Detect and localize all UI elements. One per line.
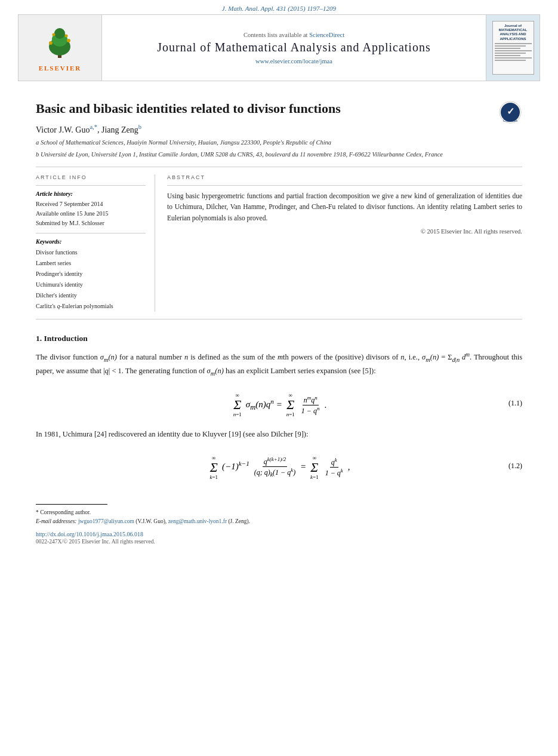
divider-after-abstract [36,319,522,319]
equation-1-2: ∞ Σ k=1 (−1)k−1 qk(k+1)/2 (q; q)k(1 − qk… [36,452,522,480]
eq2-number: (1.2) [508,462,522,471]
thumb-line-4 [495,50,532,51]
keyword-1: Divisor functions [36,247,146,258]
page: J. Math. Anal. Appl. 431 (2015) 1197–120… [0,0,558,756]
author2-name: , Jiang Zeng [97,125,138,134]
header-center: Contents lists available at ScienceDirec… [102,15,486,81]
eq1-formula: ∞ Σ n=1 σm(n)qn = ∞ Σ n=1 nmqn 1 − qn . [232,389,326,417]
crossmark-icon: ✓ CrossMark [498,100,522,124]
intro-paragraph-1: The divisor function σm(n) for a natural… [36,351,522,379]
svg-point-4 [49,41,53,45]
keyword-5: Dilcher's identity [36,290,146,301]
thumb-line-1 [495,43,532,44]
author2-sup: b [138,124,141,130]
elsevier-logo: ELSEVIER [39,24,82,72]
journal-ref-text: J. Math. Anal. Appl. 431 (2015) 1197–120… [222,5,336,12]
footnote-emails: E-mail addresses: jwguo1977@aliyun.com (… [36,517,522,526]
doi-text[interactable]: http://dx.doi.org/10.1016/j.jmaa.2015.06… [36,531,143,537]
eq2-sum-left: ∞ Σ k=1 [209,455,218,480]
eq1-fraction: nmqn 1 − qn [300,395,321,416]
author1-name: Victor J.W. Guo [36,125,90,134]
eq2-sum-right: ∞ Σ k=1 [310,455,319,480]
article-title-row: Basic and bibasic identities related to … [36,100,522,118]
article-info-label: ARTICLE INFO [36,174,146,180]
author1-sup: a,* [90,124,97,130]
eq2-frac-left: qk(k+1)/2 (q; q)k(1 − qk) [253,456,297,478]
main-content: Basic and bibasic identities related to … [0,81,558,563]
affiliation-a-text: a School of Mathematical Sciences, Huaiy… [36,139,331,146]
keyword-6: Carlitz's q-Eulerian polynomials [36,301,146,312]
crossmark-badge[interactable]: ✓ CrossMark [498,100,522,127]
svg-text:✓: ✓ [507,106,514,116]
thumb-line-3 [495,48,520,49]
eq1-sum-right: ∞ Σ n=1 [286,392,295,417]
keyword-2: Lambert series [36,258,146,269]
eq1-number: (1.1) [508,399,522,408]
eq2-formula: ∞ Σ k=1 (−1)k−1 qk(k+1)/2 (q; q)k(1 − qk… [208,452,350,480]
elsevier-tree-icon [39,24,81,60]
sciencedirect-link[interactable]: ScienceDirect [309,32,344,38]
abstract-copyright: © 2015 Elsevier Inc. All rights reserved… [167,228,522,235]
eq2-frac-right: qk 1 − qk [324,457,344,478]
journal-title: Journal of Mathematical Analysis and App… [157,41,430,54]
footer-area: * Corresponding author. E-mail addresses… [36,504,522,545]
keywords-label: Keywords: [36,238,146,245]
journal-url[interactable]: www.elsevier.com/locate/jmaa [255,58,332,64]
svg-point-5 [67,39,70,42]
thumb-line-7 [495,57,532,59]
contents-label: Contents lists available at [243,32,308,38]
elsevier-brand-text: ELSEVIER [39,64,82,72]
eq1-left-term: σm(n)qn = [246,398,282,412]
keyword-3: Prodinger's identity [36,269,146,279]
journal-reference: J. Math. Anal. Appl. 431 (2015) 1197–120… [0,0,558,14]
thumb-line-5 [495,53,526,54]
doi-line[interactable]: http://dx.doi.org/10.1016/j.jmaa.2015.06… [36,531,522,537]
introduction-heading: 1. Introduction [36,334,522,343]
elsevier-logo-container: ELSEVIER [19,15,102,81]
intro-paragraph-2: In 1981, Uchimura [24] rediscovered an i… [36,428,522,441]
thumb-title-text: Journal ofMATHEMATICALANALYSIS ANDAPPLIC… [499,24,527,41]
history-label: Article history: [36,190,146,197]
equation-1-1: ∞ Σ n=1 σm(n)qn = ∞ Σ n=1 nmqn 1 − qn . [36,389,522,417]
affiliation-a: a School of Mathematical Sciences, Huaiy… [36,138,522,147]
thumb-lines [495,43,532,62]
copyright-line: 0022-247X/© 2015 Elsevier Inc. All right… [36,539,522,545]
svg-text:CrossMark: CrossMark [503,119,518,122]
footnote-corresponding: * Corresponding author. [36,508,522,517]
corresponding-author-note: * Corresponding author. [36,509,91,515]
journal-header: ELSEVIER Contents lists available at Sci… [18,14,540,81]
contents-available-line: Contents lists available at ScienceDirec… [243,32,344,38]
divider-after-affiliations [36,167,522,167]
thumb-line-6 [495,55,520,56]
svg-point-6 [53,33,56,36]
keywords-list: Divisor functions Lambert series Proding… [36,247,146,312]
info-mid-divider [36,233,146,233]
abstract-top-divider [167,185,522,186]
email-guo[interactable]: jwguo1977@aliyun.com [78,518,134,524]
abstract-column: ABSTRACT Using basic hypergeometric func… [167,174,522,312]
received-text: Received 7 September 2014 [36,199,146,209]
article-info-column: ARTICLE INFO Article history: Received 7… [36,174,155,312]
info-top-divider [36,185,146,186]
submitted-text: Submitted by M.J. Schlosser [36,219,146,228]
email-zeng[interactable]: zeng@math.univ-lyon1.fr [168,518,227,524]
article-title: Basic and bibasic identities related to … [36,100,522,118]
authors-line: Victor J.W. Guoa,*, Jiang Zengb [36,124,522,135]
eq2-left-term: (−1)k−1 qk(k+1)/2 (q; q)k(1 − qk) = [222,456,306,478]
journal-thumbnail-container: Journal ofMATHEMATICALANALYSIS ANDAPPLIC… [486,15,539,81]
svg-point-3 [54,28,65,39]
svg-point-7 [65,35,68,38]
eq1-sum-left: ∞ Σ n=1 [233,392,242,417]
thumb-line-8 [495,60,526,61]
keyword-4: Uchimura's identity [36,279,146,290]
available-text: Available online 15 June 2015 [36,209,146,219]
affiliation-b-text: b Université de Lyon, Université Lyon 1,… [36,151,443,158]
footer-divider [36,504,107,505]
abstract-label: ABSTRACT [167,174,522,180]
thumb-line-2 [495,45,526,47]
abstract-text: Using basic hypergeometric functions and… [167,190,522,223]
article-info-abstract: ARTICLE INFO Article history: Received 7… [36,174,522,312]
journal-thumbnail: Journal ofMATHEMATICALANALYSIS ANDAPPLIC… [492,21,534,75]
affiliation-b: b Université de Lyon, Université Lyon 1,… [36,150,522,159]
